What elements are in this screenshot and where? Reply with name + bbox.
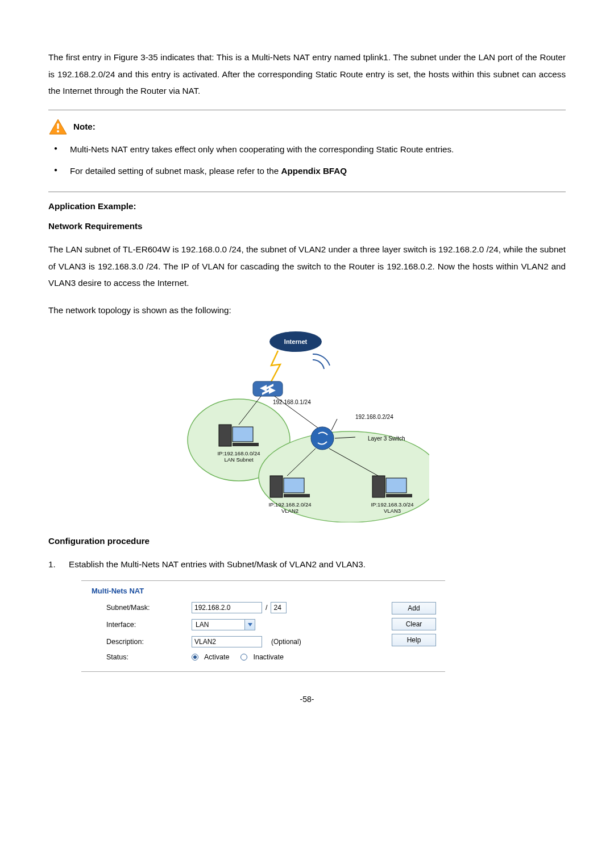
- mask-input[interactable]: [271, 602, 287, 613]
- radio-activate[interactable]: [192, 654, 198, 661]
- radio-inactivate[interactable]: [240, 654, 247, 661]
- svg-text:VLAN3: VLAN3: [384, 508, 401, 514]
- svg-rect-28: [284, 478, 304, 493]
- help-button[interactable]: Help: [392, 634, 436, 646]
- step-number: 1.: [48, 556, 56, 573]
- svg-point-2: [57, 130, 59, 132]
- svg-text:Layer 3 Switch: Layer 3 Switch: [368, 435, 405, 442]
- description-input[interactable]: [192, 636, 262, 647]
- svg-marker-37: [248, 623, 252, 626]
- warning-icon: [48, 118, 68, 135]
- radio-activate-label: Activate: [204, 653, 229, 661]
- pc-icon: [270, 476, 310, 497]
- multi-nets-nat-form: Multi-Nets NAT Subnet/Mask: / Add Clear …: [81, 580, 445, 672]
- svg-text:192.168.0.1/24: 192.168.0.1/24: [273, 399, 311, 405]
- label-interface: Interface:: [106, 621, 186, 629]
- heading-config-procedure: Configuration procedure: [48, 536, 566, 546]
- topology-diagram: Internet 192.168.0.1/24 IP:19: [48, 329, 566, 522]
- svg-rect-27: [270, 476, 283, 497]
- svg-rect-15: [219, 425, 231, 446]
- switch-icon: [311, 427, 334, 450]
- step-item: 1. Establish the Multi-Nets NAT entries …: [48, 556, 566, 573]
- pc-icon: [219, 425, 259, 446]
- svg-rect-33: [386, 478, 406, 493]
- radio-inactivate-label: Inactivate: [253, 653, 284, 661]
- network-requirements-text: The LAN subnet of TL-ER604W is 192.168.0…: [48, 241, 566, 292]
- panel-title: Multi-Nets NAT: [92, 587, 436, 595]
- heading-network-requirements: Network Requirements: [48, 221, 566, 231]
- label-description: Description:: [106, 638, 186, 646]
- svg-rect-32: [372, 476, 385, 497]
- svg-line-23: [331, 419, 337, 430]
- add-button[interactable]: Add: [392, 602, 436, 614]
- svg-text:IP:192.168.0.0/24: IP:192.168.0.0/24: [217, 450, 260, 456]
- svg-text:IP:192.168.2.0/24: IP:192.168.2.0/24: [268, 501, 311, 508]
- svg-text:Internet: Internet: [284, 338, 308, 345]
- interface-select[interactable]: LAN: [192, 619, 255, 630]
- svg-text:VLAN2: VLAN2: [281, 508, 298, 514]
- note-label: Note:: [73, 122, 96, 131]
- svg-text:LAN Subnet: LAN Subnet: [224, 456, 254, 463]
- svg-rect-17: [233, 443, 259, 446]
- heading-application-example: Application Example:: [48, 201, 566, 211]
- svg-text:192.168.0.2/24: 192.168.0.2/24: [355, 414, 393, 420]
- svg-rect-16: [233, 427, 253, 442]
- svg-point-20: [311, 427, 334, 450]
- svg-rect-29: [284, 494, 310, 497]
- chevron-down-icon: [244, 620, 255, 630]
- clear-button[interactable]: Clear: [392, 618, 436, 630]
- label-status: Status:: [106, 653, 186, 661]
- page-number: -58-: [48, 695, 566, 704]
- optional-label: (Optional): [271, 638, 301, 646]
- svg-rect-34: [386, 494, 412, 497]
- note-item: For detailed setting of subnet mask, ple…: [49, 163, 566, 180]
- topology-caption: The network topology is shown as the fol…: [48, 302, 566, 319]
- note-item: Multi-Nets NAT entry takes effect only w…: [49, 141, 566, 158]
- intro-paragraph: The first entry in Figure 3-35 indicates…: [48, 49, 566, 99]
- svg-text:IP:192.168.3.0/24: IP:192.168.3.0/24: [371, 501, 413, 508]
- step-text: Establish the Multi-Nets NAT entries wit…: [69, 559, 366, 569]
- pc-icon: [372, 476, 412, 497]
- label-subnet: Subnet/Mask:: [106, 604, 186, 612]
- subnet-input[interactable]: [192, 602, 262, 613]
- note-box: Note: Multi-Nets NAT entry takes effect …: [48, 110, 566, 192]
- svg-rect-1: [57, 123, 59, 129]
- router-icon: [253, 381, 283, 396]
